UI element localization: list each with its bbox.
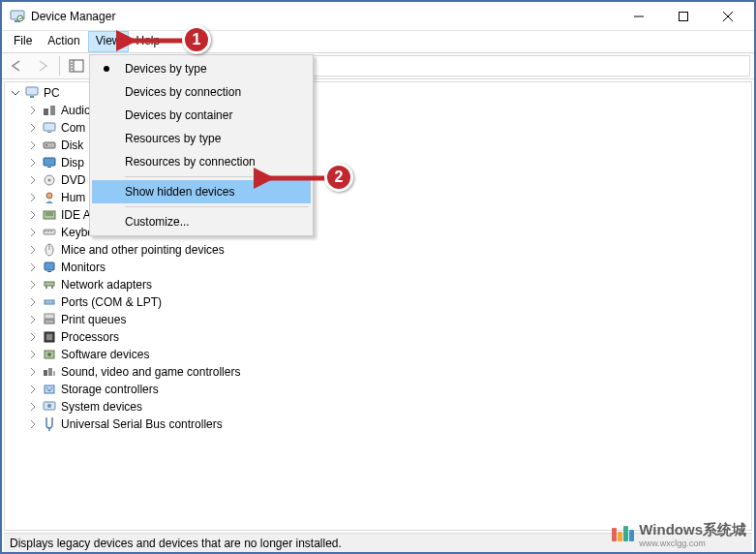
- expander-closed-icon[interactable]: [26, 417, 40, 431]
- expander-closed-icon[interactable]: [26, 156, 40, 169]
- tree-label: PC: [44, 84, 60, 102]
- menu-devices-by-connection[interactable]: Devices by connection: [92, 80, 311, 104]
- category-icon: [42, 312, 57, 327]
- category-icon: [42, 364, 57, 380]
- expander-closed-icon[interactable]: [26, 243, 40, 257]
- tree-label: Software devices: [61, 346, 149, 363]
- tree-label: Disk: [61, 137, 83, 154]
- svg-rect-21: [47, 167, 51, 168]
- tree-category[interactable]: Sound, video and game controllers: [9, 363, 747, 381]
- svg-rect-34: [45, 262, 54, 270]
- dropdown-label: Resources by connection: [125, 155, 256, 169]
- expander-closed-icon[interactable]: [26, 365, 40, 379]
- minimize-button[interactable]: [617, 3, 661, 30]
- expander-closed-icon[interactable]: [26, 173, 40, 187]
- tree-category[interactable]: Mice and other pointing devices: [9, 241, 747, 259]
- svg-rect-51: [53, 371, 55, 376]
- expander-closed-icon[interactable]: [26, 278, 40, 292]
- category-icon: [42, 399, 57, 415]
- tree-category[interactable]: Ports (COM & LPT): [9, 293, 747, 311]
- expander-closed-icon[interactable]: [26, 226, 40, 239]
- svg-rect-14: [44, 108, 48, 115]
- dropdown-separator: [125, 176, 309, 177]
- category-icon: [42, 260, 57, 275]
- watermark-logo-icon: [612, 526, 635, 543]
- tree-label: Monitors: [61, 259, 106, 276]
- expander-closed-icon[interactable]: [26, 348, 40, 361]
- menu-action[interactable]: Action: [40, 31, 87, 52]
- svg-rect-30: [47, 231, 49, 231]
- expander-closed-icon[interactable]: [26, 383, 40, 396]
- annotation-badge-1: 1: [182, 25, 211, 54]
- tree-label: Com: [61, 119, 85, 137]
- menu-resources-by-connection[interactable]: Resources by connection: [92, 150, 311, 173]
- dropdown-label: Devices by connection: [125, 85, 241, 99]
- menu-devices-by-type[interactable]: Devices by type: [92, 57, 311, 80]
- tree-label: Mice and other pointing devices: [61, 241, 225, 259]
- tree-label: Storage controllers: [61, 381, 159, 398]
- expander-closed-icon[interactable]: [26, 138, 40, 152]
- expander-closed-icon[interactable]: [26, 261, 40, 274]
- svg-point-48: [47, 353, 51, 356]
- svg-rect-17: [47, 132, 51, 133]
- expander-closed-icon[interactable]: [26, 104, 40, 117]
- category-icon: [42, 347, 57, 362]
- view-dropdown: Devices by type Devices by connection De…: [89, 54, 314, 236]
- annotation-number: 2: [335, 169, 344, 186]
- menu-view[interactable]: View: [88, 31, 129, 52]
- tree-category[interactable]: Processors: [9, 328, 747, 346]
- svg-point-41: [48, 301, 50, 303]
- svg-rect-15: [50, 106, 55, 115]
- tree-category[interactable]: Universal Serial Bus controllers: [9, 416, 747, 433]
- tree-label: Ports (COM & LPT): [61, 293, 162, 311]
- menu-customize[interactable]: Customize...: [92, 210, 311, 233]
- tree-category[interactable]: Network adapters: [9, 276, 747, 293]
- menu-file[interactable]: File: [6, 31, 40, 52]
- dropdown-label: Devices by type: [125, 62, 207, 76]
- watermark: Windows系统城 www.wxclgg.com: [612, 521, 754, 548]
- category-icon: [42, 138, 57, 153]
- maximize-button[interactable]: [661, 3, 706, 30]
- menu-resources-by-type[interactable]: Resources by type: [92, 127, 311, 150]
- tree-category[interactable]: System devices: [9, 398, 747, 416]
- tree-label: System devices: [61, 398, 142, 416]
- menu-devices-by-container[interactable]: Devices by container: [92, 104, 311, 127]
- svg-rect-20: [44, 158, 55, 166]
- forward-button[interactable]: [31, 55, 54, 77]
- tree-label: Sound, video and game controllers: [61, 363, 240, 381]
- tree-category[interactable]: Software devices: [9, 346, 747, 363]
- menu-show-hidden-devices[interactable]: Show hidden devices: [92, 180, 311, 203]
- category-icon: [42, 190, 57, 205]
- titlebar: Device Manager: [2, 2, 754, 31]
- svg-rect-4: [680, 12, 688, 20]
- svg-point-23: [48, 179, 51, 182]
- expander-closed-icon[interactable]: [26, 313, 40, 326]
- app-icon: [10, 9, 25, 24]
- expander-closed-icon[interactable]: [26, 330, 40, 344]
- expander-closed-icon[interactable]: [26, 295, 40, 309]
- dropdown-label: Show hidden devices: [125, 185, 234, 199]
- category-icon: [42, 155, 57, 170]
- expander-open-icon[interactable]: [9, 86, 22, 100]
- dropdown-separator: [125, 206, 309, 207]
- tree-category[interactable]: Print queues: [9, 311, 747, 328]
- svg-rect-13: [30, 96, 34, 98]
- svg-rect-46: [46, 334, 52, 340]
- expander-closed-icon[interactable]: [26, 191, 40, 204]
- category-icon: [42, 120, 57, 136]
- computer-icon: [24, 85, 40, 101]
- expander-closed-icon[interactable]: [26, 208, 40, 222]
- expander-closed-icon[interactable]: [26, 121, 40, 135]
- show-hide-tree-button[interactable]: [65, 55, 88, 77]
- tree-category[interactable]: Monitors: [9, 259, 747, 276]
- svg-rect-35: [47, 271, 51, 272]
- back-button[interactable]: [6, 55, 29, 77]
- close-button[interactable]: [706, 3, 750, 30]
- svg-rect-43: [45, 314, 54, 319]
- expander-closed-icon[interactable]: [26, 400, 40, 414]
- tree-category[interactable]: Storage controllers: [9, 381, 747, 398]
- watermark-url: www.wxclgg.com: [639, 539, 746, 548]
- tree-label: Print queues: [61, 311, 126, 328]
- menu-help[interactable]: Help: [129, 31, 168, 52]
- watermark-brand: Windows系统城: [639, 521, 746, 538]
